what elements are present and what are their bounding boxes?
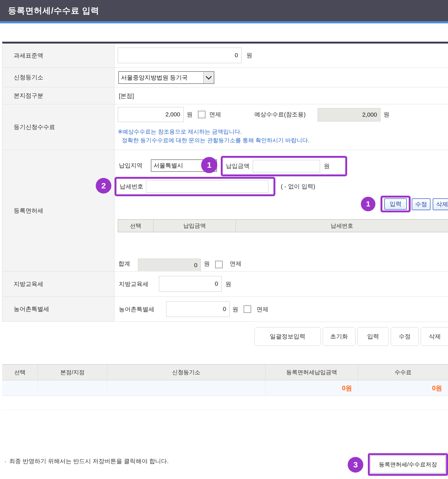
page-title: 등록면허세/수수료 입력 (8, 5, 99, 16)
summary-col-select: 선택 (2, 364, 38, 380)
bulk-input-button[interactable]: 일괄정보입력 (254, 327, 321, 346)
summary-col-license-tax-amount: 등록면허세납입금액 (265, 364, 358, 380)
footer-note-text: 최종 반영하기 위해서는 반드시 저장버튼을 클릭해야 합니다. (9, 457, 169, 465)
license-tax-label: 등록면허세 (2, 150, 115, 271)
total-exempt-label: 면제 (230, 257, 241, 270)
row-branch-type: 본지점구분 [본점] (2, 87, 448, 104)
summary-table: 선택 본점/지점 신청등기소 등록면허세납입금액 수수료 0원 0원 (2, 364, 448, 396)
row-registration-fee: 등기신청수수료 원 면제 예상수수료(참조용) 원 ※예상수수료는 참조용으로 … (2, 104, 448, 150)
row-local-education-tax: 지방교육세 지방교육세 원 (2, 271, 448, 297)
summary-table-header: 선택 본점/지점 신청등기소 등록면허세납입금액 수수료 (2, 364, 448, 380)
pay-amount-unit: 원 (324, 162, 330, 170)
save-button-highlight: 등록면허세/수수료저장 (368, 453, 448, 476)
registration-fee-exempt-checkbox[interactable] (198, 111, 205, 118)
registration-fee-label: 등기신청수수료 (2, 104, 115, 150)
delete-button[interactable]: 삭제 (421, 327, 448, 346)
rural-special-tax-content: 농어촌특별세 원 면제 (115, 297, 448, 321)
row-rural-special-tax: 농어촌특별세 농어촌특별세 원 면제 (2, 297, 448, 322)
license-tax-amount-value: 0원 (265, 384, 358, 392)
summary-col-branch: 본점/지점 (38, 364, 107, 380)
summary-table-bottom-line (2, 410, 448, 410)
tax-base-unit: 원 (246, 48, 252, 63)
tax-number-hint: ( - 없이 입력) (281, 180, 315, 193)
rural-special-tax-field-label: 농어촌특별세 (119, 297, 154, 322)
tax-base-content: 원 (115, 44, 448, 67)
chevron-down-icon (203, 72, 214, 83)
rural-special-tax-exempt-checkbox[interactable] (244, 305, 251, 313)
registry-office-label: 신청등기소 (2, 68, 115, 87)
col-tax-number: 납세번호 (236, 220, 448, 232)
license-tax-table-header: 선택 납입금액 납세번호 (118, 219, 448, 232)
branch-type-label: 본지점구분 (2, 87, 115, 104)
pay-region-label: 납입지역 (119, 159, 143, 172)
rural-special-tax-input[interactable] (166, 301, 230, 317)
license-tax-input-button[interactable]: 입력 (384, 198, 407, 210)
pay-region-selected: 서울특별시 (151, 160, 206, 171)
rural-special-tax-exempt-label: 면제 (257, 297, 268, 322)
fee-note-line1: ※예상수수료는 참조용으로 제시하는 금액입니다. (118, 128, 242, 135)
input-button[interactable]: 입력 (357, 327, 389, 346)
fee-value: 0원 (358, 384, 448, 392)
license-tax-edit-button[interactable]: 수정 (412, 198, 431, 210)
registration-fee-input[interactable] (118, 107, 184, 122)
local-education-tax-unit: 원 (225, 271, 231, 297)
rural-special-tax-label: 농어촌특별세 (2, 297, 115, 321)
registry-office-selected: 서울중앙지방법원 등기국 (119, 72, 203, 83)
input-button-highlight: 입력 (381, 196, 411, 212)
branch-type-content: [본점] (115, 87, 448, 104)
branch-type-value: [본점] (119, 87, 134, 104)
row-registry-office: 신청등기소 서울중앙지방법원 등기국 (2, 68, 448, 87)
license-tax-delete-button[interactable]: 삭제 (433, 198, 448, 210)
local-education-tax-content: 지방교육세 원 (115, 271, 448, 296)
summary-cell-fee: 0원 (358, 380, 448, 396)
summary-table-row: 0원 0원 (2, 380, 448, 396)
tax-base-input[interactable] (118, 48, 241, 63)
step-badge-1: 1 (201, 157, 217, 173)
bullet: · (4, 457, 6, 465)
reset-button[interactable]: 초기화 (323, 327, 355, 346)
summary-cell-license-tax-amount: 0원 (265, 380, 358, 396)
col-pay-amount: 납입금액 (154, 220, 236, 232)
registry-office-select[interactable]: 서울중앙지방법원 등기국 (118, 71, 214, 84)
step-badge-2: 2 (96, 178, 111, 194)
total-label: 합계 (118, 257, 130, 270)
local-education-tax-input[interactable] (159, 276, 222, 292)
page: 등록면허세/수수료 입력 과세표준액 원 신청등기소 서울중앙지방법원 등기국 … (0, 0, 448, 479)
tax-base-label: 과세표준액 (2, 44, 115, 67)
registration-fee-unit: 원 (187, 107, 193, 122)
summary-cell-registry-office (107, 380, 265, 396)
total-input (138, 259, 201, 272)
step-badge-3: 3 (348, 457, 363, 473)
tax-input-form: 과세표준액 원 신청등기소 서울중앙지방법원 등기국 본지점구분 [본점] (2, 42, 448, 322)
fee-note-line2: 정확한 등기수수료에 대한 문의는 관할등기소를 통해 확인하시기 바랍니다. (122, 137, 310, 144)
row-tax-base: 과세표준액 원 (2, 44, 448, 68)
total-exempt-checkbox[interactable] (215, 261, 223, 268)
summary-col-registry-office: 신청등기소 (107, 364, 265, 380)
footer-note: · 최종 반영하기 위해서는 반드시 저장버튼을 클릭해야 합니다. (4, 457, 169, 466)
pay-amount-input[interactable] (253, 160, 320, 172)
pay-amount-highlight: 납입금액 원 (221, 156, 347, 176)
row-license-tax: 등록면허세 납입지역 서울특별시 1 납입금액 원 2 납세번호 (2, 150, 448, 271)
license-tax-content: 납입지역 서울특별시 1 납입금액 원 2 납세번호 ( - 없이 입력) (115, 150, 448, 271)
col-select: 선택 (118, 220, 154, 232)
estimate-fee-unit: 원 (383, 107, 389, 122)
local-education-tax-label: 지방교육세 (2, 271, 115, 296)
pay-amount-label: 납입금액 (226, 162, 250, 170)
page-header: 등록면허세/수수료 입력 (0, 0, 448, 23)
edit-button[interactable]: 수정 (391, 327, 419, 346)
local-education-tax-field-label: 지방교육세 (119, 271, 148, 297)
rural-special-tax-unit: 원 (232, 297, 238, 322)
registry-office-content: 서울중앙지방법원 등기국 (115, 68, 448, 87)
estimate-fee-label: 예상수수료(참조용) (254, 107, 306, 122)
summary-cell-select (2, 380, 38, 396)
summary-cell-branch (38, 380, 107, 396)
tax-number-input[interactable] (146, 180, 268, 193)
tax-number-highlight: 납세번호 (115, 177, 275, 196)
tax-number-label: 납세번호 (120, 183, 143, 191)
estimate-fee-input (318, 108, 381, 121)
registration-fee-exempt-label: 면제 (209, 107, 221, 122)
registration-fee-content: 원 면제 예상수수료(참조용) 원 ※예상수수료는 참조용으로 제시하는 금액입… (115, 104, 448, 150)
total-unit: 원 (204, 257, 210, 270)
save-button[interactable]: 등록면허세/수수료저장 (370, 456, 446, 473)
summary-col-fee: 수수료 (358, 364, 448, 380)
